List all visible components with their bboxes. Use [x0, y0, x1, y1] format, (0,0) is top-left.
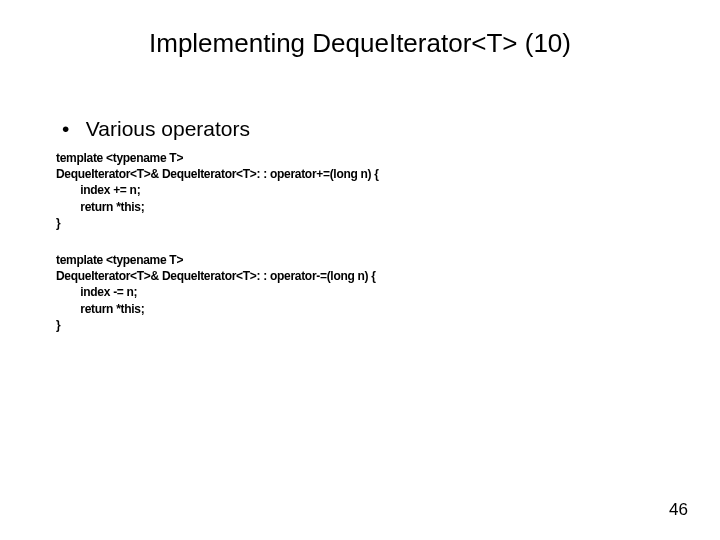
- page-number: 46: [669, 500, 688, 520]
- code-block-2: template <typename T> DequeIterator<T>& …: [56, 252, 376, 333]
- bullet-dot-icon: •: [62, 116, 80, 141]
- bullet-row: • Various operators: [62, 116, 250, 141]
- bullet-text: Various operators: [86, 116, 250, 141]
- slide: Implementing DequeIterator<T> (10) • Var…: [0, 0, 720, 540]
- code-block-1: template <typename T> DequeIterator<T>& …: [56, 150, 379, 231]
- slide-title: Implementing DequeIterator<T> (10): [0, 28, 720, 59]
